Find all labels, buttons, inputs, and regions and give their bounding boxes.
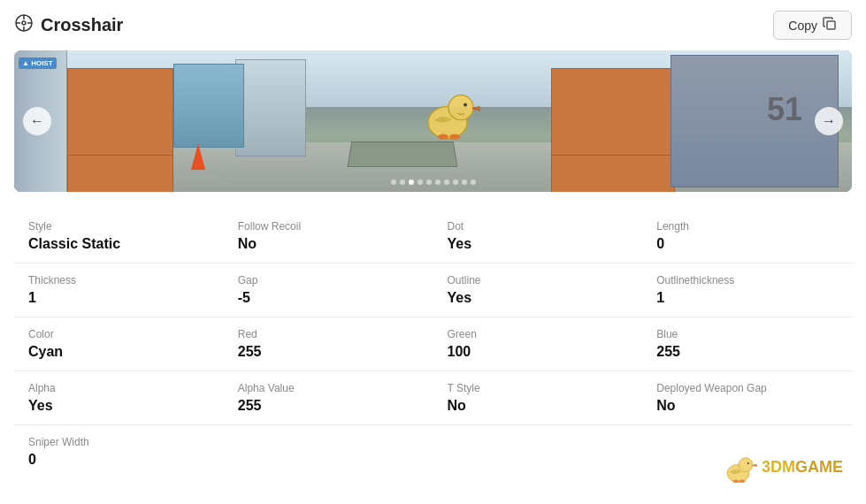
stat-deployed-weapon-gap: Deployed Weapon Gap No [642, 371, 852, 425]
dot-indicator-0[interactable] [391, 179, 396, 185]
crosshair-icon [14, 13, 34, 37]
stats-section: Style Classic Static Follow Recoil No Do… [14, 210, 852, 478]
dot-indicator-5[interactable] [435, 179, 441, 185]
stat-sniper-width-value: 0 [28, 452, 210, 468]
stat-color-value: Cyan [28, 344, 210, 360]
stat-empty-2 [433, 425, 643, 478]
watermark-text: 3DMGAME [762, 458, 843, 477]
stat-green-label: Green [448, 328, 629, 340]
stat-alpha-value-label: Alpha Value [238, 382, 419, 394]
stat-blue-value: 255 [656, 344, 838, 360]
header-left: Crosshair [14, 13, 123, 37]
page-container: Crosshair Copy ▲ HOIST [0, 0, 866, 489]
stat-dot-label: Dot [448, 220, 629, 233]
stat-deployed-weapon-gap-value: No [656, 398, 838, 414]
stat-green-value: 100 [448, 344, 629, 360]
svg-point-14 [747, 462, 749, 464]
stat-outline-label: Outline [448, 274, 629, 286]
container-right2 [551, 155, 675, 192]
watermark: 3DMGAME [718, 447, 843, 487]
stat-sniper-width-label: Sniper Width [28, 436, 210, 448]
map-preview: ▲ HOIST 51 [14, 50, 852, 192]
svg-point-5 [22, 21, 26, 25]
stat-follow-recoil: Follow Recoil No [224, 210, 433, 263]
stat-red-value: 255 [238, 344, 419, 360]
container-number: 51 [767, 91, 802, 128]
stat-alpha-value-cell: Alpha Value 255 [224, 371, 433, 425]
stat-outline: Outline Yes [433, 263, 643, 317]
stat-color-label: Color [28, 328, 210, 340]
svg-point-16 [740, 480, 746, 483]
dot-indicator-4[interactable] [426, 179, 432, 185]
stat-red: Red 255 [224, 317, 433, 371]
container-far-right: 51 [671, 55, 839, 187]
traffic-cone [191, 143, 205, 170]
map-prev-button[interactable]: ← [23, 107, 51, 135]
stats-row-1: Style Classic Static Follow Recoil No Do… [14, 210, 852, 263]
dot-indicator-9[interactable] [471, 179, 476, 185]
stat-blue: Blue 255 [642, 317, 852, 371]
dot-indicator-1[interactable] [400, 179, 405, 185]
stat-outline-value: Yes [448, 290, 629, 306]
container-right1 [551, 68, 675, 157]
stat-alpha-value: Yes [28, 398, 210, 414]
dot-indicator-7[interactable] [453, 179, 458, 185]
stat-gap-value: -5 [238, 290, 419, 306]
stat-style-value: Classic Static [28, 236, 210, 252]
stat-alpha: Alpha Yes [14, 371, 224, 425]
ramp [347, 141, 457, 167]
stat-length-label: Length [656, 220, 838, 233]
stat-sniper-width: Sniper Width 0 [14, 425, 224, 478]
container-left2 [67, 155, 173, 192]
stat-thickness-value: 1 [28, 290, 210, 306]
stat-tstyle-label: T Style [448, 382, 629, 394]
stat-color: Color Cyan [14, 317, 224, 371]
dot-indicator-2[interactable] [409, 179, 414, 185]
stat-green: Green 100 [433, 317, 643, 371]
stat-thickness-label: Thickness [28, 274, 210, 286]
stat-outlinethickness: Outlinethickness 1 [642, 263, 852, 317]
stat-style: Style Classic Static [14, 210, 224, 263]
copy-button-label: Copy [788, 19, 817, 33]
stat-dot-value: Yes [448, 236, 629, 252]
stat-dot: Dot Yes [433, 210, 643, 263]
stat-style-label: Style [28, 220, 210, 233]
map-next-button[interactable]: → [815, 107, 843, 135]
hoist-sign: ▲ HOIST [19, 57, 57, 69]
stat-outlinethickness-value: 1 [656, 290, 838, 306]
copy-button[interactable]: Copy [773, 11, 852, 40]
stat-alpha-label: Alpha [28, 382, 210, 394]
dot-indicator-3[interactable] [418, 179, 423, 185]
stat-length-value: 0 [656, 236, 838, 252]
stat-tstyle: T Style No [433, 371, 643, 425]
dot-indicator-6[interactable] [444, 179, 449, 185]
stats-row-2: Thickness 1 Gap -5 Outline Yes Outlineth… [14, 263, 852, 317]
stat-thickness: Thickness 1 [14, 263, 224, 317]
page-title: Crosshair [41, 15, 123, 35]
copy-icon [823, 17, 837, 34]
dot-indicator-8[interactable] [462, 179, 467, 185]
container-center [173, 64, 244, 148]
stat-deployed-weapon-gap-label: Deployed Weapon Gap [656, 382, 838, 394]
header: Crosshair Copy [14, 11, 852, 40]
stat-empty-3: 3DMGAME [642, 425, 852, 478]
container-left [67, 68, 173, 157]
stats-row-3: Color Cyan Red 255 Green 100 Blue 255 [14, 317, 852, 371]
stat-red-label: Red [238, 328, 419, 340]
stat-length: Length 0 [642, 210, 852, 263]
stat-follow-recoil-label: Follow Recoil [238, 220, 419, 233]
stat-blue-label: Blue [656, 328, 838, 340]
building-center [235, 59, 306, 157]
svg-point-15 [732, 480, 739, 483]
stat-empty-1 [224, 425, 433, 478]
stats-row-5: Sniper Width 0 [14, 425, 852, 478]
stat-outlinethickness-label: Outlinethickness [656, 274, 838, 286]
stat-gap: Gap -5 [224, 263, 433, 317]
stat-gap-label: Gap [238, 274, 419, 286]
dot-indicators [391, 179, 476, 185]
stats-row-4: Alpha Yes Alpha Value 255 T Style No Dep… [14, 371, 852, 425]
arrow-left-icon: ← [30, 113, 44, 129]
arrow-right-icon: → [822, 113, 836, 129]
svg-rect-6 [827, 21, 835, 29]
stat-alpha-value-val: 255 [238, 398, 419, 414]
